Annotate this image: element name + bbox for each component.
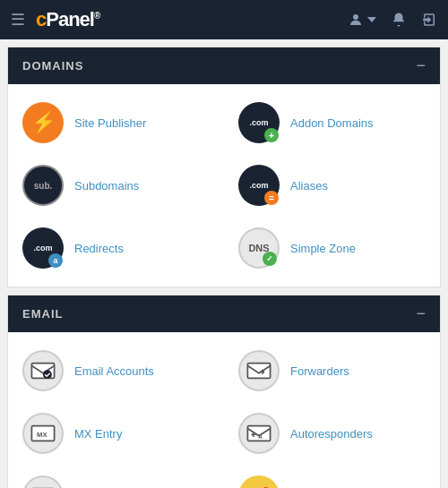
subdomains-icon: sub. [22,165,64,206]
mailing-lists-item[interactable]: Mailing Lists [224,465,440,488]
forwarders-label: Forwarders [290,364,349,378]
svg-text:MX: MX [37,431,47,439]
svg-rect-4 [247,364,270,379]
email-collapse-button[interactable]: − [416,304,426,323]
subdomains-item[interactable]: sub. Subdomains [8,154,224,217]
svg-text:A: A [258,433,263,440]
hamburger-menu[interactable]: ☰ [11,10,25,30]
domains-grid: ⚡ Site Publisher .com + Addon Domains su… [8,84,440,287]
header-right [348,12,437,28]
addon-badge: + [264,128,279,142]
redirects-badge: a [48,253,63,268]
simple-zone-item[interactable]: DNS ✓ Simple Zone [224,217,440,279]
mx-entry-label: MX Entry [74,427,122,441]
email-accounts-label: Email Accounts [74,364,154,378]
header: ☰ cPanel® [0,0,448,39]
default-address-icon [22,475,64,488]
svg-marker-1 [367,17,376,22]
simple-zone-badge: ✓ [263,252,277,266]
header-left: ☰ cPanel® [11,8,99,31]
redirects-item[interactable]: .com a Redirects [8,217,224,279]
domains-section-title: DOMAINS [22,59,83,73]
domains-section-header: DOMAINS − [8,47,440,84]
subdomains-label: Subdomains [74,179,139,193]
forwarders-icon [238,350,280,391]
email-accounts-icon [22,350,64,391]
aliases-label: Aliases [290,179,328,193]
cpanel-logo: cPanel® [36,8,99,31]
forwarders-item[interactable]: Forwarders [224,339,440,402]
addon-domains-item[interactable]: .com + Addon Domains [224,91,440,154]
email-section: EMAIL − Email Accounts [7,295,441,488]
aliases-badge: = [264,191,279,205]
addon-domains-label: Addon Domains [290,116,374,130]
email-section-title: EMAIL [22,307,63,321]
addon-domains-icon: .com + [238,102,280,143]
redirects-icon: .com a [22,227,64,269]
redirects-label: Redirects [74,242,124,255]
user-menu[interactable] [348,12,376,28]
site-publisher-label: Site Publisher [74,116,146,130]
site-publisher-icon: ⚡ [22,102,64,143]
notifications-icon[interactable] [391,12,407,28]
email-accounts-item[interactable]: Email Accounts [8,339,224,402]
mailing-lists-icon [238,475,280,488]
site-publisher-item[interactable]: ⚡ Site Publisher [8,91,224,154]
autoresponders-item[interactable]: A Autoresponders [224,402,440,465]
mx-entry-icon: MX [22,413,64,454]
aliases-item[interactable]: .com = Aliases [224,154,440,217]
domains-section: DOMAINS − ⚡ Site Publisher .com + Addon … [7,47,441,287]
logout-icon[interactable] [421,12,437,28]
simple-zone-label: Simple Zone [290,242,356,255]
default-address-item[interactable]: Default Address [8,465,224,488]
domains-collapse-button[interactable]: − [416,56,426,75]
autoresponders-icon: A [238,413,280,454]
lightning-icon: ⚡ [31,111,56,134]
mx-entry-item[interactable]: MX MX Entry [8,402,224,465]
email-section-header: EMAIL − [8,295,440,332]
svg-point-0 [353,14,358,20]
aliases-icon: .com = [238,165,280,206]
email-grid: Email Accounts Forwarders MX MX Entry [8,332,440,488]
autoresponders-label: Autoresponders [290,427,373,441]
svg-point-3 [43,370,52,379]
simple-zone-icon: DNS ✓ [238,227,280,269]
